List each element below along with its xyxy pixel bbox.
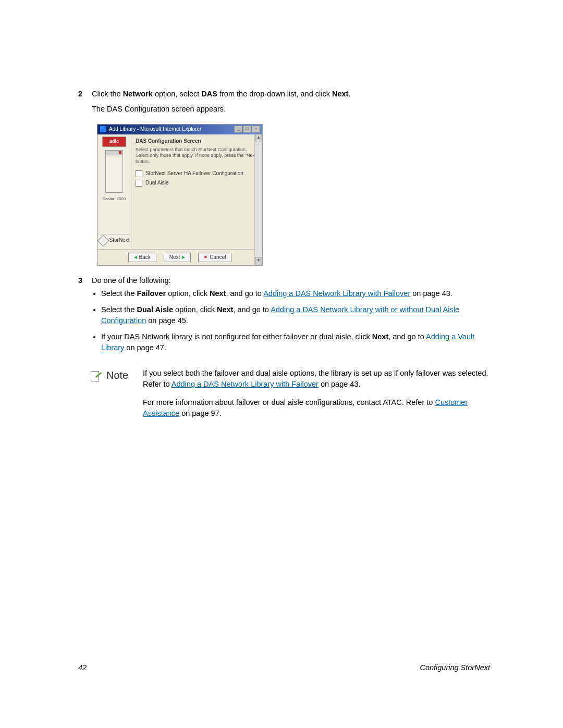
step3-bullets: Select the Failover option, click Next, … (92, 288, 490, 353)
page-content: 2 Click the Network option, select DAS f… (0, 0, 563, 426)
dialog-sidebar: adic Scalar i2000 StorNext (97, 134, 131, 249)
step-number: 2 (78, 89, 92, 115)
maximize-button[interactable]: □ (243, 126, 251, 133)
bold-next: Next (332, 90, 348, 98)
link-das-failover-note[interactable]: Adding a DAS Network Library with Failov… (172, 380, 319, 388)
failover-checkbox[interactable] (136, 170, 142, 177)
bold-das: DAS (201, 90, 217, 98)
note-label-wrap: Note (91, 368, 132, 383)
note-block: Note If you select both the failover and… (91, 368, 490, 426)
step-number: 3 (78, 275, 92, 359)
check-failover-row: StorNext Server HA Failover Configuratio… (136, 170, 258, 178)
note-body: If you select both the failover and dual… (143, 368, 490, 426)
step-2: 2 Click the Network option, select DAS f… (78, 89, 490, 115)
rack-label: Scalar i2000 (103, 196, 126, 202)
close-button[interactable]: × (252, 126, 260, 133)
failover-label: StorNext Server HA Failover Configuratio… (145, 170, 243, 178)
stornext-label: StorNext (109, 237, 130, 244)
page-footer: 42 Configuring StorNext (78, 662, 490, 673)
step-3: 3 Do one of the following: Select the Fa… (78, 275, 490, 359)
scroll-up-button[interactable]: ▲ (255, 134, 262, 142)
dialog-heading: DAS Configuration Screen (136, 138, 258, 145)
scrollbar[interactable]: ▲ ▼ (254, 134, 262, 265)
step3-intro: Do one of the following: (92, 276, 171, 285)
note-icon (91, 370, 102, 381)
step-body: Do one of the following: Select the Fail… (92, 275, 490, 359)
back-button[interactable]: Back (128, 253, 156, 263)
next-button[interactable]: Next (164, 253, 191, 263)
dialog-body: adic Scalar i2000 StorNext DAS Configura… (97, 134, 262, 249)
step-body: Click the Network option, select DAS fro… (92, 89, 490, 115)
dialog-button-bar: Back Next Cancel (97, 249, 262, 266)
stornext-row: StorNext (97, 234, 131, 247)
page-number: 42 (78, 662, 87, 673)
link-das-failover[interactable]: Adding a DAS Network Library with Failov… (263, 289, 410, 298)
dualaisle-checkbox[interactable] (136, 180, 142, 187)
bold-network: Network (123, 90, 153, 98)
text: . (348, 90, 350, 98)
das-config-screenshot: Add Library - Microsoft Internet Explore… (97, 124, 263, 266)
step2-line2: The DAS Configuration screen appears. (92, 105, 226, 113)
stornext-icon (97, 235, 109, 246)
ie-icon (100, 126, 107, 133)
minimize-button[interactable]: _ (234, 126, 242, 133)
bullet-dualaisle: Select the Dual Aisle option, click Next… (101, 304, 490, 326)
note-label: Note (106, 368, 128, 383)
rack-image (105, 150, 123, 193)
bullet-vault: If your DAS Network library is not confi… (101, 331, 490, 353)
window-titlebar: Add Library - Microsoft Internet Explore… (97, 125, 262, 134)
dialog-description: Select parameters that match StorNext Co… (136, 147, 258, 165)
bullet-failover: Select the Failover option, click Next, … (101, 288, 490, 299)
dialog-content: DAS Configuration Screen Select paramete… (131, 134, 262, 249)
section-title: Configuring StorNext (420, 662, 490, 673)
window-title: Add Library - Microsoft Internet Explore… (109, 126, 201, 133)
dualaisle-label: Dual Aisle (145, 179, 168, 187)
window-buttons: _ □ × (234, 126, 260, 133)
adic-logo: adic (102, 137, 126, 147)
cancel-button[interactable]: Cancel (198, 253, 231, 263)
check-dualaisle-row: Dual Aisle (136, 179, 258, 187)
text: option, select (153, 90, 202, 98)
scroll-down-button[interactable]: ▼ (255, 257, 262, 265)
text: from the drop-down list, and click (217, 90, 332, 98)
text: Click the (92, 90, 123, 98)
